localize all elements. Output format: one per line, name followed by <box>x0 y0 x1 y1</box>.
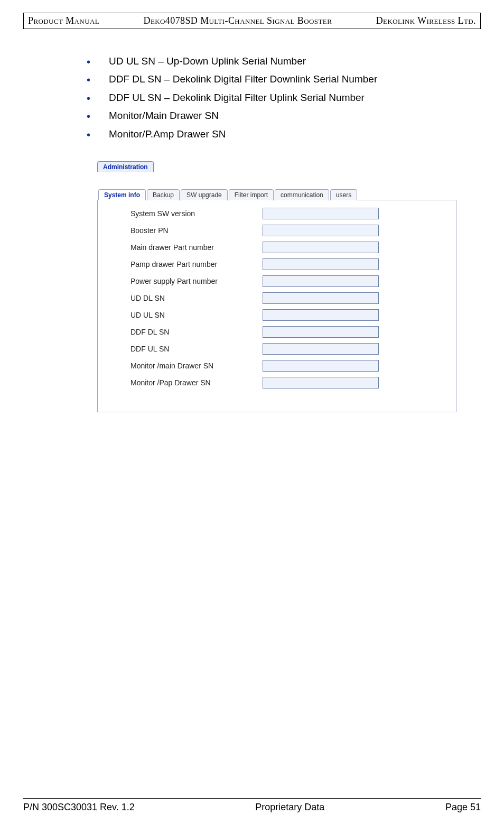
list-item: UD UL SN – Up-Down Uplink Serial Number <box>87 53 481 69</box>
list-item: DDF DL SN – Dekolink Digital Filter Down… <box>87 71 481 87</box>
tab-communication[interactable]: communication <box>275 189 329 200</box>
system-sw-version-input[interactable] <box>263 208 379 219</box>
ud-dl-sn-input[interactable] <box>263 292 379 304</box>
embedded-screenshot: Administration System info Backup SW upg… <box>97 161 456 412</box>
tab-filter-import[interactable]: Filter import <box>229 189 274 200</box>
footer-left: P/N 300SC30031 Rev. 1.2 <box>23 802 135 813</box>
top-tab-row: Administration <box>97 161 456 177</box>
field-label: Main drawer Part number <box>130 243 263 252</box>
header-center: Deko4078SD Multi-Channel Signal Booster <box>144 15 332 26</box>
page: Product Manual Deko4078SD Multi-Channel … <box>0 0 504 833</box>
subtab-row: System info Backup SW upgrade Filter imp… <box>97 189 456 200</box>
field-label: DDF DL SN <box>130 328 263 336</box>
ddf-dl-sn-input[interactable] <box>263 326 379 338</box>
monitor-pap-drawer-sn-input[interactable] <box>263 377 379 388</box>
header-left: Product Manual <box>28 15 99 26</box>
monitor-main-drawer-sn-input[interactable] <box>263 360 379 372</box>
list-item: Monitor/Main Drawer SN <box>87 108 481 124</box>
ddf-ul-sn-input[interactable] <box>263 343 379 355</box>
list-item: DDF UL SN – Dekolink Digital Filter Upli… <box>87 90 481 106</box>
page-header-box: Product Manual Deko4078SD Multi-Channel … <box>23 13 481 29</box>
tab-system-info[interactable]: System info <box>98 189 146 200</box>
header-right: Dekolink Wireless Ltd. <box>376 15 476 26</box>
field-label: DDF UL SN <box>130 345 263 353</box>
tab-sw-upgrade[interactable]: SW upgrade <box>181 189 228 200</box>
list-item: Monitor/P.Amp Drawer SN <box>87 126 481 142</box>
field-label: Pamp drawer Part number <box>130 260 263 269</box>
field-label: Power supply Part number <box>130 277 263 285</box>
page-footer: P/N 300SC30031 Rev. 1.2 Proprietary Data… <box>23 798 481 813</box>
field-label: Booster PN <box>130 226 263 235</box>
tab-administration[interactable]: Administration <box>97 161 154 172</box>
pamp-drawer-pn-input[interactable] <box>263 258 379 270</box>
system-info-panel: System SW version Booster PN Main drawer… <box>97 200 456 412</box>
field-label: UD UL SN <box>130 311 263 319</box>
footer-right: Page 51 <box>445 802 481 813</box>
footer-rule <box>23 798 481 799</box>
booster-pn-input[interactable] <box>263 225 379 236</box>
footer-center: Proprietary Data <box>255 802 324 813</box>
bullet-list: UD UL SN – Up-Down Uplink Serial Number … <box>87 53 481 142</box>
ud-ul-sn-input[interactable] <box>263 309 379 321</box>
power-supply-pn-input[interactable] <box>263 275 379 287</box>
field-label: Monitor /main Drawer SN <box>130 362 263 370</box>
field-label: Monitor /Pap Drawer SN <box>130 378 263 387</box>
field-label: UD DL SN <box>130 294 263 302</box>
main-drawer-pn-input[interactable] <box>263 242 379 253</box>
tab-backup[interactable]: Backup <box>147 189 180 200</box>
tab-users[interactable]: users <box>330 189 357 200</box>
field-label: System SW version <box>130 209 263 218</box>
